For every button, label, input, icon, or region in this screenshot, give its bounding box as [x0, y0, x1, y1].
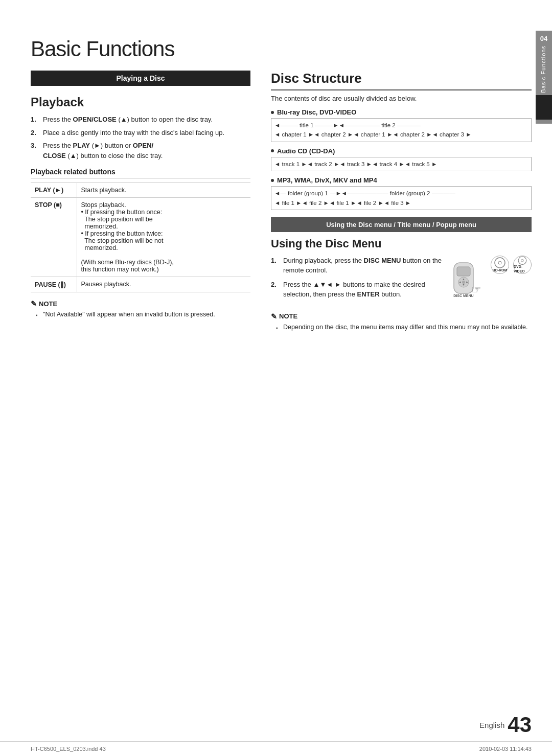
right-note-heading: ✎ NOTE: [271, 312, 532, 320]
note-icon: ✎: [31, 300, 37, 308]
svg-rect-5: [457, 267, 470, 276]
bd-rom-icon: BD-ROM: [491, 256, 509, 274]
chapter-number: 04: [540, 35, 547, 42]
svg-point-0: [495, 258, 505, 268]
side-tab-accent: [536, 95, 552, 120]
svg-text:▼: ▼: [462, 283, 465, 286]
step-1: 1. Press the OPEN/CLOSE (▲) button to op…: [31, 114, 250, 125]
note-heading: ✎ NOTE: [31, 300, 250, 308]
mp3-row1: ◄— folder (group) 1 —►◄——————— folder (g…: [274, 189, 528, 198]
disc-category-mp3: MP3, WMA, DivX, MKV and MP4 ◄— folder (g…: [271, 176, 532, 210]
pause-key: PAUSE (‖): [31, 277, 77, 292]
svg-text:☞: ☞: [471, 283, 481, 296]
disc-step-2-num: 2.: [271, 280, 279, 300]
disc-step-2: 2. Press the ▲▼◄ ► buttons to make the d…: [271, 280, 444, 300]
english-label: English: [479, 721, 504, 729]
right-note-list: Depending on the disc, the menu items ma…: [271, 323, 532, 332]
step-2-num: 2.: [31, 128, 39, 138]
stop-value: Stops playback. • If pressing the button…: [77, 198, 250, 277]
footer: HT-C6500_ELS_0203.indd 43 2010-02-03 11:…: [0, 741, 552, 756]
playback-steps: 1. Press the OPEN/CLOSE (▲) button to op…: [31, 114, 250, 161]
page: 04 Basic Functions Basic Functions Playi…: [0, 0, 552, 756]
cd-category-name: Audio CD (CD-DA): [271, 147, 532, 155]
cd-label: Audio CD (CD-DA): [277, 147, 335, 155]
step-3: 3. Press the PLAY (►) button or OPEN/CLO…: [31, 141, 250, 161]
step-1-num: 1.: [31, 114, 39, 125]
svg-text:▲: ▲: [462, 278, 465, 281]
svg-text:DISC MENU: DISC MENU: [453, 294, 473, 297]
cd-row1: ◄ track 1 ►◄ track 2 ►◄ track 3 ►◄ track…: [274, 159, 528, 169]
remote-svg: ▲ ▼ ◄ ► DISC MENU ☞: [449, 259, 485, 305]
footer-left: HT-C6500_ELS_0203.indd 43: [31, 746, 106, 752]
playback-table: PLAY (►) Starts playback. STOP (■) Stops…: [31, 182, 250, 292]
step-2: 2. Place a disc gently into the tray wit…: [31, 128, 250, 138]
main-content: Playing a Disc Playback 1. Press the OPE…: [0, 71, 552, 710]
mp3-label: MP3, WMA, DivX, MKV and MP4: [277, 176, 377, 184]
playback-related-heading: Playback related buttons: [31, 168, 250, 178]
disc-structure-desc: The contents of disc are usually divided…: [271, 95, 532, 102]
svg-text:►: ►: [466, 281, 469, 284]
svg-point-3: [521, 259, 524, 262]
step-3-num: 3.: [31, 141, 39, 161]
svg-point-2: [518, 257, 526, 265]
dvd-video-icon: DVD-VIDEO: [513, 256, 532, 274]
mp3-row2: ◄ file 1 ►◄ file 2 ►◄ file 1 ►◄ file 2 ►…: [274, 198, 528, 208]
disc-step-2-text: Press the ▲▼◄ ► buttons to make the desi…: [283, 280, 444, 300]
bluray-row2: ◄ chapter 1 ►◄ chapter 2 ►◄ chapter 1 ►◄…: [274, 130, 528, 139]
right-note-item-1: Depending on the disc, the menu items ma…: [276, 323, 532, 332]
footer-right: 2010-02-03 11:14:43: [479, 746, 532, 752]
bullet-dot: [271, 111, 274, 114]
right-note-section: ✎ NOTE Depending on the disc, the menu i…: [271, 312, 532, 332]
disc-menu-section: BD-ROM DVD-VIDEO: [271, 256, 532, 306]
dvd-video-circle: [517, 256, 528, 265]
main-heading: Basic Functions: [31, 27, 526, 61]
step-2-text: Place a disc gently into the tray with t…: [43, 128, 250, 138]
mp3-category-name: MP3, WMA, DivX, MKV and MP4: [271, 176, 532, 184]
table-row-stop: STOP (■) Stops playback. • If pressing t…: [31, 198, 250, 277]
page-number: 43: [508, 714, 532, 736]
page-number-area: English 43: [0, 714, 552, 736]
disc-category-bluray: Blu-ray Disc, DVD-VIDEO ◄——— title 1 ———…: [271, 108, 532, 142]
dvd-video-label: DVD-VIDEO: [514, 265, 531, 273]
play-value: Starts playback.: [77, 183, 250, 198]
disc-menu-heading: Using the Disc Menu: [271, 237, 532, 250]
disc-structure-heading: Disc Structure: [271, 71, 532, 90]
right-note-icon: ✎: [271, 312, 277, 320]
step-1-text: Press the OPEN/CLOSE (▲) button to open …: [43, 114, 250, 125]
bullet-dot-mp3: [271, 179, 274, 182]
bluray-diagram: ◄——— title 1 ———►◄—————— title 2 ———— ◄ …: [271, 118, 532, 142]
note-item-1: "Not Available" will appear when an inva…: [36, 310, 250, 319]
playback-heading: Playback: [31, 95, 250, 109]
bd-rom-circle: [494, 257, 505, 268]
table-row-play: PLAY (►) Starts playback.: [31, 183, 250, 198]
disc-step-1: 1. During playback, press the DISC MENU …: [271, 256, 444, 276]
side-tab: 04 Basic Functions: [536, 31, 552, 124]
note-label: NOTE: [39, 300, 57, 308]
mp3-diagram: ◄— folder (group) 1 —►◄——————— folder (g…: [271, 186, 532, 210]
table-row-pause: PAUSE (‖) Pauses playback.: [31, 277, 250, 292]
disc-menu-remote: ▲ ▼ ◄ ► DISC MENU ☞: [449, 259, 485, 306]
right-note-label: NOTE: [279, 312, 297, 320]
note-list: "Not Available" will appear when an inva…: [31, 310, 250, 319]
bd-rom-label: BD-ROM: [493, 268, 508, 272]
bullet-dot-cd: [271, 149, 274, 152]
disc-step-1-text: During playback, press the DISC MENU but…: [283, 256, 444, 276]
right-column: Disc Structure The contents of disc are …: [266, 71, 532, 710]
bluray-label: Blu-ray Disc, DVD-VIDEO: [277, 108, 356, 116]
step-3-text: Press the PLAY (►) button or OPEN/CLOSE …: [43, 141, 250, 161]
svg-text:◄: ◄: [458, 281, 462, 284]
cd-diagram: ◄ track 1 ►◄ track 2 ►◄ track 3 ►◄ track…: [271, 157, 532, 171]
disc-icons: BD-ROM DVD-VIDEO: [491, 256, 532, 274]
play-key: PLAY (►): [31, 183, 77, 198]
bluray-row1: ◄——— title 1 ———►◄—————— title 2 ————: [274, 121, 528, 130]
using-disc-box: Using the Disc menu / Title menu / Popup…: [271, 217, 532, 232]
playing-disc-box: Playing a Disc: [31, 71, 250, 86]
disc-category-cd: Audio CD (CD-DA) ◄ track 1 ►◄ track 2 ►◄…: [271, 147, 532, 171]
chapter-title: Basic Functions: [540, 45, 547, 93]
note-section: ✎ NOTE "Not Available" will appear when …: [31, 300, 250, 319]
left-column: Playing a Disc Playback 1. Press the OPE…: [31, 71, 266, 710]
svg-point-1: [498, 261, 501, 264]
disc-step-1-num: 1.: [271, 256, 279, 276]
pause-value: Pauses playback.: [77, 277, 250, 292]
bluray-category-name: Blu-ray Disc, DVD-VIDEO: [271, 108, 532, 116]
